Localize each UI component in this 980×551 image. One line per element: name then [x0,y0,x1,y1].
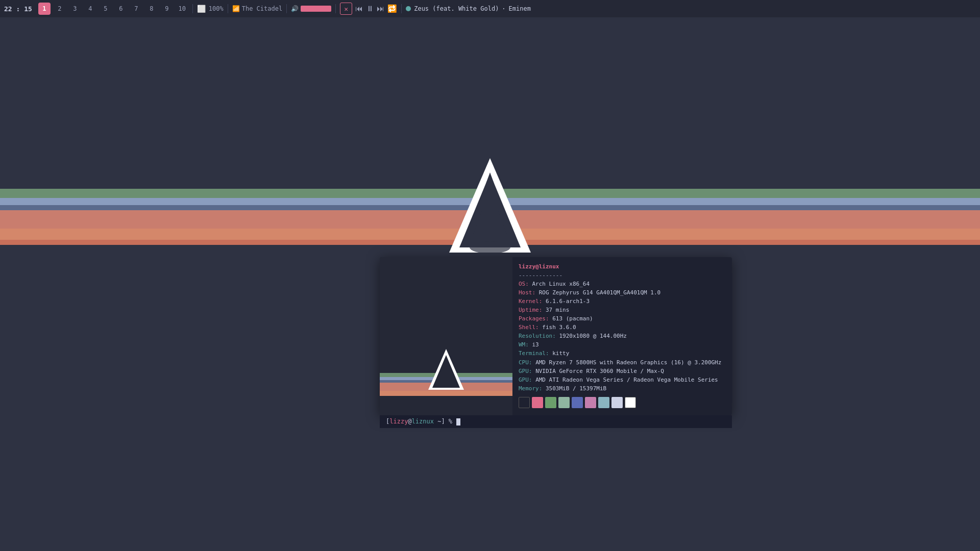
song-artist: Eminem [509,5,531,12]
pause-button[interactable]: ⏸ [366,4,374,13]
info-memory: Memory: 3503MiB / 15397MiB [519,384,726,393]
workspace-9[interactable]: 9 [161,3,173,15]
terminal-info-panel: lizzy@liznux ------------- OS: Arch Linu… [512,257,732,415]
info-host: Host: ROG Zephyrus G14 GA401QM_GA401QM 1… [519,288,726,297]
info-resolution: Resolution: 980x551 @ 144.00Hz [519,332,726,340]
neofetch-user-host: lizzy@liznux [519,262,726,271]
swatch-6 [598,397,609,408]
info-kernel: Kernel: 6.1.6-arch1-3 [519,297,726,306]
wifi-name: The Citadel [242,5,282,12]
time-display: 22 : 15 [4,5,32,13]
wifi-area[interactable]: 📶 The Citadel [232,5,282,12]
workspace-5[interactable]: 5 [100,3,112,15]
workspace-1[interactable]: 1 [38,3,51,15]
neofetch-divider: ------------- [519,271,726,280]
music-dot [406,6,411,11]
prompt-bracket-close: ~] % [434,418,456,425]
info-cpu: CPU: AMD Ryzen 7 5800HS with Radeon Grap… [519,358,726,367]
swatch-3 [558,397,570,408]
volume-icon: 🔊 [291,5,299,12]
separator-4 [335,4,336,13]
prompt-username: lizzy [389,418,408,425]
swatch-5 [585,397,596,408]
info-packages: Packages: 613 (pacman) [519,314,726,323]
song-separator: · [502,5,505,12]
workspace-8[interactable]: 8 [145,3,158,15]
info-gpu2: GPU: AMD ATI Radeon Vega Series / Radeon… [519,375,726,384]
workspace-3[interactable]: 3 [69,3,81,15]
info-os: OS: Arch Linux x86_64 [519,280,726,288]
info-uptime: Uptime: 37 mins [519,306,726,314]
volume-bar[interactable] [301,6,331,12]
terminal-prompt[interactable]: [lizzy@liznux ~] % [380,415,732,428]
neofetch-username: lizzy@liznux [519,263,559,270]
prompt-hostname: liznux [412,418,434,425]
separator-1 [192,4,193,13]
separator-3 [286,4,287,13]
info-wm: WM: i3 [519,340,726,349]
swatch-7 [611,397,623,408]
cursor [456,418,460,425]
terminal-image-panel [380,257,512,415]
zoom-label: 100% [209,5,224,12]
swatch-1 [532,397,543,408]
swatch-8 [625,397,636,408]
repeat-button[interactable]: 🔁 [387,4,397,13]
arch-logo [449,158,531,253]
workspace-4[interactable]: 4 [84,3,96,15]
terminal-window: lizzy@liznux ------------- OS: Arch Linu… [380,257,732,415]
color-swatches [519,397,726,408]
workspace-6[interactable]: 6 [115,3,127,15]
prev-button[interactable]: ⏮ [355,4,363,13]
separator-2 [228,4,228,13]
workspace-10[interactable]: 10 [176,3,188,15]
x-button[interactable]: ✕ [340,3,352,15]
separator-5 [401,4,402,13]
topbar: 22 : 15 1 2 3 4 5 6 7 8 9 10 ⬜ 100% 📶 Th… [0,0,980,17]
media-controls: ⏮ ⏸ ⏭ 🔁 [355,4,397,13]
prompt-at: @ [408,418,411,425]
workspace-2[interactable]: 2 [54,3,66,15]
info-shell: Shell: fish 3.6.0 [519,323,726,332]
workspace-7[interactable]: 7 [130,3,142,15]
next-button[interactable]: ⏭ [377,4,384,13]
volume-area[interactable]: 🔊 [291,5,331,12]
mini-arch-logo [428,349,464,390]
music-info: Zeus (feat. White Gold) · Eminem [406,5,531,12]
swatch-0 [519,397,530,408]
info-gpu1: GPU: NVIDIA GeForce RTX 3060 Mobile / Ma… [519,367,726,375]
monitor-icon: ⬜ [197,5,206,13]
song-title: Zeus (feat. White Gold) [414,5,499,12]
wifi-icon: 📶 [232,5,240,12]
swatch-4 [572,397,583,408]
info-terminal: Terminal: kitty [519,349,726,358]
swatch-2 [545,397,556,408]
